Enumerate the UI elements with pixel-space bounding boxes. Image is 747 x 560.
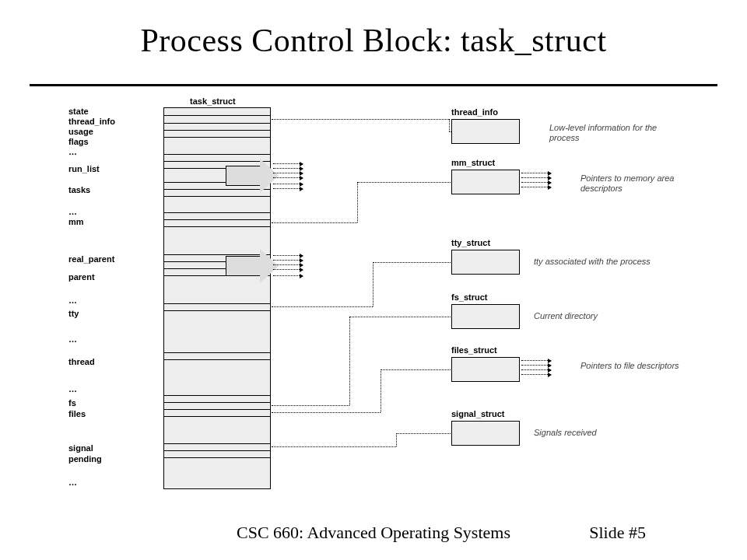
field-run-list: run_list	[68, 164, 100, 173]
ellipsis: …	[68, 147, 77, 156]
field-fs: fs	[68, 398, 76, 408]
field-thread: thread	[68, 357, 95, 366]
connector-fs	[272, 405, 349, 406]
box-label-thread-info: thread_info	[451, 107, 498, 117]
field-parent: parent	[68, 272, 95, 282]
connector-tty	[272, 306, 373, 307]
slide-title: Process Control Block: task_struct	[0, 22, 747, 59]
box-label-files-struct: files_struct	[451, 345, 497, 355]
field-tty: tty	[68, 309, 79, 318]
field-tasks: tasks	[68, 185, 90, 194]
desc-fs-struct: Current directory	[534, 311, 598, 321]
box-thread-info	[451, 119, 520, 144]
box-signal-struct	[451, 421, 520, 446]
ellipsis: …	[68, 384, 77, 394]
ellipsis: …	[68, 478, 77, 487]
desc-tty-struct: tty associated with the process	[534, 257, 651, 267]
ellipsis: …	[68, 334, 77, 344]
desc-mm-struct: Pointers to memory area descriptors	[580, 173, 705, 193]
row-line	[163, 107, 271, 108]
box-fs-struct	[451, 304, 520, 329]
ellipsis: …	[68, 296, 77, 305]
connector-mm	[272, 222, 357, 223]
field-mm: mm	[68, 217, 84, 226]
field-thread-info: thread_info	[68, 117, 115, 126]
footer-slide-no: Slide #5	[589, 523, 646, 543]
ellipsis: …	[68, 207, 77, 216]
title-rule	[30, 84, 717, 86]
connector-signal	[272, 446, 396, 447]
box-label-mm-struct: mm_struct	[451, 158, 495, 167]
block-arrow-icon	[226, 249, 282, 283]
box-label-fs-struct: fs_struct	[451, 292, 487, 302]
desc-signal-struct: Signals received	[534, 428, 597, 438]
box-files-struct	[451, 357, 520, 382]
connector-thread-info	[272, 119, 449, 120]
box-mm-struct	[451, 170, 520, 194]
field-flags: flags	[68, 137, 89, 146]
diagram: task_struct state	[36, 100, 711, 504]
field-usage: usage	[68, 127, 93, 136]
desc-files-struct: Pointers to file descriptors	[580, 361, 689, 371]
column-label: task_struct	[190, 96, 236, 106]
field-real-parent: real_parent	[68, 254, 114, 264]
field-pending: pending	[68, 454, 102, 464]
connector-files	[272, 412, 381, 413]
field-files: files	[68, 409, 86, 418]
desc-thread-info: Low-level information for the process	[549, 123, 682, 142]
box-label-tty-struct: tty_struct	[451, 238, 490, 247]
field-state: state	[68, 107, 89, 116]
box-label-signal-struct: signal_struct	[451, 409, 504, 418]
field-signal: signal	[68, 443, 93, 453]
box-tty-struct	[451, 250, 520, 275]
slide: Process Control Block: task_struct task_…	[0, 0, 747, 560]
